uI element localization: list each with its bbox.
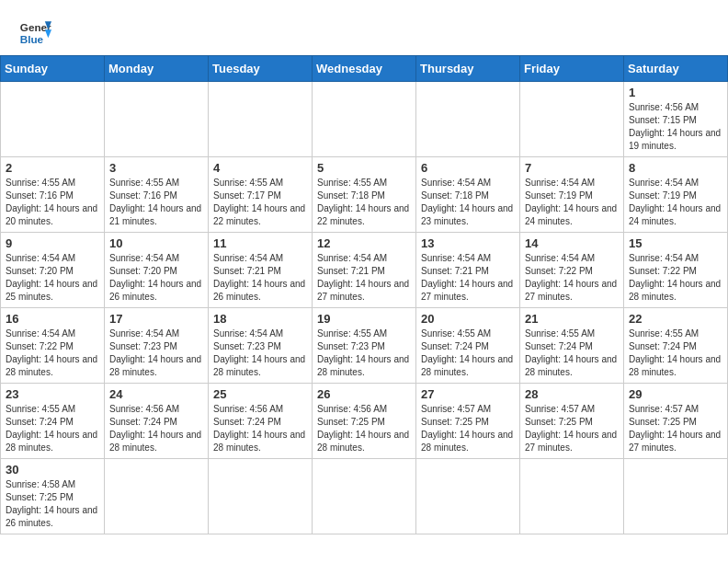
calendar-cell: 29Sunrise: 4:57 AMSunset: 7:25 PMDayligh…	[624, 384, 728, 459]
calendar-cell	[209, 459, 313, 534]
calendar-cell	[624, 459, 728, 534]
calendar-cell: 27Sunrise: 4:57 AMSunset: 7:25 PMDayligh…	[416, 384, 520, 459]
day-info: Sunrise: 4:54 AMSunset: 7:20 PMDaylight:…	[109, 252, 203, 304]
day-number: 3	[109, 161, 203, 175]
calendar-cell: 11Sunrise: 4:54 AMSunset: 7:21 PMDayligh…	[209, 233, 313, 308]
day-number: 7	[525, 161, 619, 175]
day-number: 12	[317, 236, 411, 250]
calendar-cell	[313, 459, 416, 534]
day-number: 19	[317, 312, 411, 326]
calendar-cell: 15Sunrise: 4:54 AMSunset: 7:22 PMDayligh…	[624, 233, 728, 308]
calendar-cell: 14Sunrise: 4:54 AMSunset: 7:22 PMDayligh…	[520, 233, 624, 308]
day-info: Sunrise: 4:57 AMSunset: 7:25 PMDaylight:…	[525, 403, 619, 454]
day-info: Sunrise: 4:54 AMSunset: 7:21 PMDaylight:…	[421, 252, 515, 304]
day-info: Sunrise: 4:54 AMSunset: 7:20 PMDaylight:…	[6, 252, 99, 304]
day-info: Sunrise: 4:54 AMSunset: 7:18 PMDaylight:…	[421, 177, 515, 228]
day-info: Sunrise: 4:55 AMSunset: 7:16 PMDaylight:…	[109, 177, 203, 228]
day-info: Sunrise: 4:54 AMSunset: 7:19 PMDaylight:…	[629, 177, 722, 228]
calendar-cell: 30Sunrise: 4:58 AMSunset: 7:25 PMDayligh…	[1, 459, 105, 534]
calendar-cell: 9Sunrise: 4:54 AMSunset: 7:20 PMDaylight…	[1, 233, 105, 308]
day-info: Sunrise: 4:56 AMSunset: 7:24 PMDaylight:…	[213, 403, 307, 454]
page-header: General Blue	[0, 0, 728, 55]
day-number: 5	[317, 161, 411, 175]
day-info: Sunrise: 4:54 AMSunset: 7:21 PMDaylight:…	[317, 252, 411, 304]
calendar-table: SundayMondayTuesdayWednesdayThursdayFrid…	[0, 55, 728, 534]
day-number: 17	[109, 312, 203, 326]
day-info: Sunrise: 4:56 AMSunset: 7:24 PMDaylight:…	[109, 403, 203, 454]
day-header-wednesday: Wednesday	[313, 56, 416, 82]
day-info: Sunrise: 4:54 AMSunset: 7:22 PMDaylight:…	[629, 252, 722, 304]
calendar-cell	[416, 459, 520, 534]
day-info: Sunrise: 4:54 AMSunset: 7:21 PMDaylight:…	[213, 252, 307, 304]
day-number: 24	[109, 387, 203, 401]
calendar-cell: 16Sunrise: 4:54 AMSunset: 7:22 PMDayligh…	[1, 308, 105, 384]
day-number: 6	[421, 161, 515, 175]
calendar-cell	[520, 459, 624, 534]
day-info: Sunrise: 4:55 AMSunset: 7:18 PMDaylight:…	[317, 177, 411, 228]
day-info: Sunrise: 4:54 AMSunset: 7:23 PMDaylight:…	[109, 327, 203, 379]
day-header-saturday: Saturday	[624, 56, 728, 82]
calendar-cell: 17Sunrise: 4:54 AMSunset: 7:23 PMDayligh…	[105, 308, 209, 384]
calendar-cell: 12Sunrise: 4:54 AMSunset: 7:21 PMDayligh…	[313, 233, 416, 308]
calendar-cell: 28Sunrise: 4:57 AMSunset: 7:25 PMDayligh…	[520, 384, 624, 459]
calendar-cell: 23Sunrise: 4:55 AMSunset: 7:24 PMDayligh…	[1, 384, 105, 459]
day-info: Sunrise: 4:54 AMSunset: 7:23 PMDaylight:…	[213, 327, 307, 379]
day-info: Sunrise: 4:55 AMSunset: 7:24 PMDaylight:…	[525, 327, 619, 379]
day-info: Sunrise: 4:54 AMSunset: 7:19 PMDaylight:…	[525, 177, 619, 228]
day-header-sunday: Sunday	[1, 56, 105, 82]
day-header-friday: Friday	[520, 56, 624, 82]
calendar-body: 1Sunrise: 4:56 AMSunset: 7:15 PMDaylight…	[1, 82, 728, 534]
calendar-header: SundayMondayTuesdayWednesdayThursdayFrid…	[1, 56, 728, 82]
calendar-cell: 18Sunrise: 4:54 AMSunset: 7:23 PMDayligh…	[209, 308, 313, 384]
calendar-cell	[1, 82, 105, 157]
day-number: 1	[629, 86, 722, 99]
day-info: Sunrise: 4:55 AMSunset: 7:23 PMDaylight:…	[317, 327, 411, 379]
calendar-cell: 25Sunrise: 4:56 AMSunset: 7:24 PMDayligh…	[209, 384, 313, 459]
day-number: 2	[6, 161, 99, 175]
day-info: Sunrise: 4:55 AMSunset: 7:17 PMDaylight:…	[213, 177, 307, 228]
calendar-cell	[520, 82, 624, 157]
day-info: Sunrise: 4:55 AMSunset: 7:24 PMDaylight:…	[421, 327, 515, 379]
calendar-cell: 6Sunrise: 4:54 AMSunset: 7:18 PMDaylight…	[416, 157, 520, 233]
day-number: 20	[421, 312, 515, 326]
day-number: 23	[6, 387, 99, 401]
day-header-monday: Monday	[105, 56, 209, 82]
calendar-cell	[209, 82, 313, 157]
calendar-cell: 8Sunrise: 4:54 AMSunset: 7:19 PMDaylight…	[624, 157, 728, 233]
day-number: 11	[213, 236, 307, 250]
day-number: 27	[421, 387, 515, 401]
day-info: Sunrise: 4:57 AMSunset: 7:25 PMDaylight:…	[421, 403, 515, 454]
day-info: Sunrise: 4:54 AMSunset: 7:22 PMDaylight:…	[6, 327, 99, 379]
day-number: 22	[629, 312, 722, 326]
calendar-cell	[105, 459, 209, 534]
day-info: Sunrise: 4:56 AMSunset: 7:25 PMDaylight:…	[317, 403, 411, 454]
calendar-cell: 21Sunrise: 4:55 AMSunset: 7:24 PMDayligh…	[520, 308, 624, 384]
calendar-cell: 4Sunrise: 4:55 AMSunset: 7:17 PMDaylight…	[209, 157, 313, 233]
day-number: 30	[6, 463, 99, 477]
calendar-cell	[416, 82, 520, 157]
day-number: 18	[213, 312, 307, 326]
svg-marker-3	[45, 29, 51, 38]
calendar-cell	[313, 82, 416, 157]
day-info: Sunrise: 4:54 AMSunset: 7:22 PMDaylight:…	[525, 252, 619, 304]
day-info: Sunrise: 4:55 AMSunset: 7:24 PMDaylight:…	[6, 403, 99, 454]
calendar-cell: 7Sunrise: 4:54 AMSunset: 7:19 PMDaylight…	[520, 157, 624, 233]
day-info: Sunrise: 4:58 AMSunset: 7:25 PMDaylight:…	[6, 478, 99, 530]
day-number: 9	[6, 236, 99, 250]
calendar-cell: 22Sunrise: 4:55 AMSunset: 7:24 PMDayligh…	[624, 308, 728, 384]
day-number: 10	[109, 236, 203, 250]
calendar-cell	[105, 82, 209, 157]
day-info: Sunrise: 4:55 AMSunset: 7:24 PMDaylight:…	[629, 327, 722, 379]
day-header-thursday: Thursday	[416, 56, 520, 82]
day-number: 4	[213, 161, 307, 175]
day-number: 8	[629, 161, 722, 175]
day-number: 25	[213, 387, 307, 401]
svg-text:Blue: Blue	[20, 33, 44, 45]
calendar-cell: 13Sunrise: 4:54 AMSunset: 7:21 PMDayligh…	[416, 233, 520, 308]
logo-icon: General Blue	[18, 15, 51, 48]
day-number: 14	[525, 236, 619, 250]
day-number: 13	[421, 236, 515, 250]
calendar-cell: 24Sunrise: 4:56 AMSunset: 7:24 PMDayligh…	[105, 384, 209, 459]
day-info: Sunrise: 4:55 AMSunset: 7:16 PMDaylight:…	[6, 177, 99, 228]
calendar-cell: 10Sunrise: 4:54 AMSunset: 7:20 PMDayligh…	[105, 233, 209, 308]
